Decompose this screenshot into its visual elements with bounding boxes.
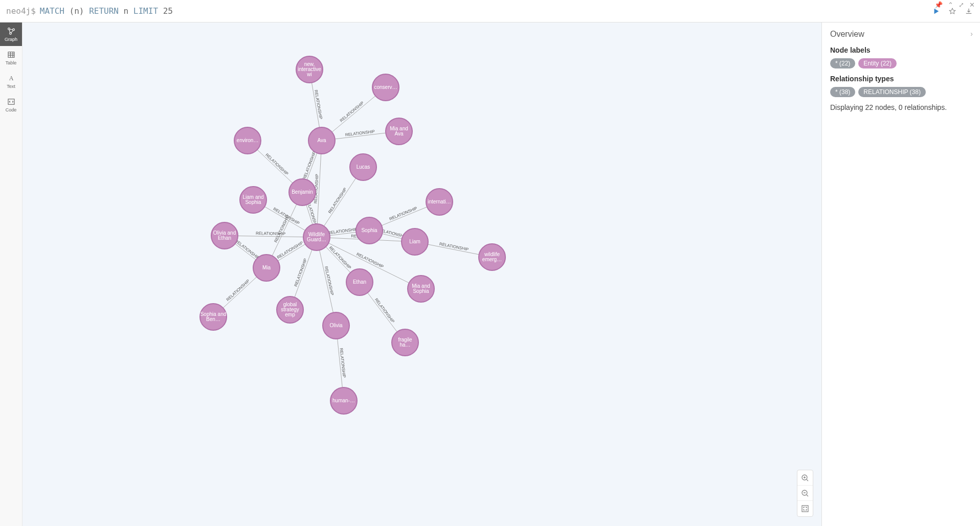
query-bar: neo4j$ MATCH (n) RETURN n LIMIT 25	[0, 0, 980, 22]
svg-text:RELATIONSHIP: RELATIONSHIP	[314, 89, 323, 120]
node-label-pills: * (22)Entity (22)	[830, 58, 972, 68]
svg-point-0	[8, 28, 10, 30]
graph-canvas[interactable]: RELATIONSHIPRELATIONSHIPRELATIONSHIPRELA…	[23, 22, 821, 526]
svg-text:RELATIONSHIP: RELATIONSHIP	[355, 252, 384, 269]
main-area: Graph Table A Text Code RELATIONSHIPRELA…	[0, 22, 980, 526]
overview-panel: Overview › Node labels * (22)Entity (22)…	[821, 22, 980, 526]
zoom-in-button[interactable]	[797, 470, 813, 486]
expand-icon[interactable]: ⤢	[959, 1, 964, 9]
node-human[interactable]: human-…	[330, 387, 357, 414]
svg-point-67	[372, 74, 399, 101]
svg-text:RELATIONSHIP: RELATIONSHIP	[294, 258, 308, 287]
graph-svg[interactable]: RELATIONSHIPRELATIONSHIPRELATIONSHIPRELA…	[23, 22, 821, 526]
svg-text:RELATIONSHIP: RELATIONSHIP	[339, 101, 365, 123]
svg-point-105	[402, 228, 428, 255]
svg-point-74	[234, 127, 261, 154]
svg-point-107	[479, 244, 505, 270]
collapse-icon[interactable]: ⌃	[948, 1, 953, 9]
node-wildlife_emerg[interactable]: wildlifeemerg…	[479, 244, 505, 270]
node-sophia_ben[interactable]: Sophia andBen…	[200, 304, 227, 330]
svg-rect-114	[802, 506, 808, 512]
node-mia_ava[interactable]: Mia andAva	[386, 118, 412, 145]
svg-text:RELATIONSHIP: RELATIONSHIP	[234, 239, 261, 261]
rel-type-pills: * (38)RELATIONSHIP (38)	[830, 87, 972, 97]
node-sophia[interactable]: Sophia	[356, 217, 383, 244]
node-benjamin[interactable]: Benjamin	[289, 179, 316, 205]
svg-point-103	[356, 217, 383, 244]
zoom-fit-button[interactable]	[797, 501, 813, 516]
svg-point-91	[323, 312, 349, 339]
svg-text:RELATIONSHIP: RELATIONSHIP	[439, 242, 469, 252]
tab-graph[interactable]: Graph	[0, 22, 22, 46]
svg-point-79	[211, 222, 238, 249]
svg-point-110	[426, 189, 453, 215]
node-label-pill-0[interactable]: * (22)	[830, 58, 855, 68]
svg-text:RELATIONSHIP: RELATIONSHIP	[389, 206, 418, 221]
node-mia[interactable]: Mia	[253, 255, 280, 281]
svg-text:RELATIONSHIP: RELATIONSHIP	[327, 187, 348, 214]
tab-text[interactable]: A Text	[0, 70, 22, 93]
node-lucas[interactable]: Lucas	[350, 154, 376, 180]
svg-point-82	[253, 255, 280, 281]
svg-text:RELATIONSHIP: RELATIONSHIP	[276, 240, 304, 260]
node-environ[interactable]: environ…	[234, 127, 261, 154]
svg-rect-3	[8, 52, 14, 58]
svg-point-87	[277, 296, 303, 323]
svg-text:RELATIONSHIP: RELATIONSHIP	[274, 214, 291, 243]
node-labels-header: Node labels	[830, 46, 972, 54]
node-ava[interactable]: Ava	[308, 127, 335, 154]
node-mia_sophia[interactable]: Mia andSophia	[408, 276, 434, 302]
close-icon[interactable]: ✕	[969, 1, 975, 9]
node-olivia_ethan[interactable]: Olivia andEthan	[211, 222, 238, 249]
query-input[interactable]: MATCH (n) RETURN n LIMIT 25	[38, 6, 929, 16]
svg-point-76	[240, 187, 266, 213]
rel-types-header: Relationship types	[830, 75, 972, 83]
node-fragile[interactable]: fragileha…	[392, 329, 418, 356]
node-ethan[interactable]: Ethan	[346, 269, 373, 295]
svg-point-84	[200, 304, 227, 330]
display-count: Displaying 22 nodes, 0 relationships.	[830, 103, 972, 111]
svg-text:RELATIONSHIP: RELATIONSHIP	[226, 279, 251, 302]
window-controls: 📌 ⌃ ⤢ ✕	[934, 1, 975, 9]
zoom-out-button[interactable]	[797, 486, 813, 501]
svg-text:A: A	[9, 75, 13, 82]
svg-point-72	[350, 154, 376, 180]
node-wildlife_guard[interactable]: WildlifeGuard…	[303, 224, 330, 250]
node-internati[interactable]: internati…	[426, 189, 453, 215]
overview-title: Overview	[830, 30, 972, 39]
svg-text:RELATIONSHIP: RELATIONSHIP	[264, 152, 289, 176]
query-prompt: neo4j$	[4, 6, 38, 16]
chevron-right-icon[interactable]: ›	[970, 30, 973, 38]
zoom-controls	[797, 470, 813, 517]
node-conserv[interactable]: conserv…	[372, 74, 399, 101]
rel-type-pill-1[interactable]: RELATIONSHIP (38)	[858, 87, 926, 97]
node-global_strategy[interactable]: globalstrategyemp	[277, 296, 303, 323]
svg-point-95	[346, 269, 373, 295]
svg-point-97	[392, 329, 418, 356]
edge-wildlife_guard-olivia_ethan[interactable]: RELATIONSHIP	[225, 231, 317, 237]
node-new_interactive[interactable]: new,interactivewi	[296, 56, 323, 83]
svg-text:RELATIONSHIP: RELATIONSHIP	[374, 298, 395, 324]
svg-text:RELATIONSHIP: RELATIONSHIP	[324, 266, 335, 296]
node-olivia[interactable]: Olivia	[323, 312, 349, 339]
tab-code[interactable]: Code	[0, 93, 22, 117]
svg-point-100	[408, 276, 434, 302]
svg-point-59	[289, 179, 316, 205]
svg-point-69	[386, 118, 412, 145]
node-liam_sophia[interactable]: Liam andSophia	[240, 187, 266, 213]
svg-point-61	[308, 127, 335, 154]
node-label-pill-1[interactable]: Entity (22)	[858, 58, 897, 68]
svg-point-56	[303, 224, 330, 250]
svg-point-93	[330, 387, 357, 414]
rel-type-pill-0[interactable]: * (38)	[830, 87, 855, 97]
view-tabs: Graph Table A Text Code	[0, 22, 23, 526]
pin-icon[interactable]: 📌	[934, 1, 943, 9]
tab-table[interactable]: Table	[0, 46, 22, 70]
node-liam[interactable]: Liam	[402, 228, 428, 255]
svg-point-63	[296, 56, 323, 83]
